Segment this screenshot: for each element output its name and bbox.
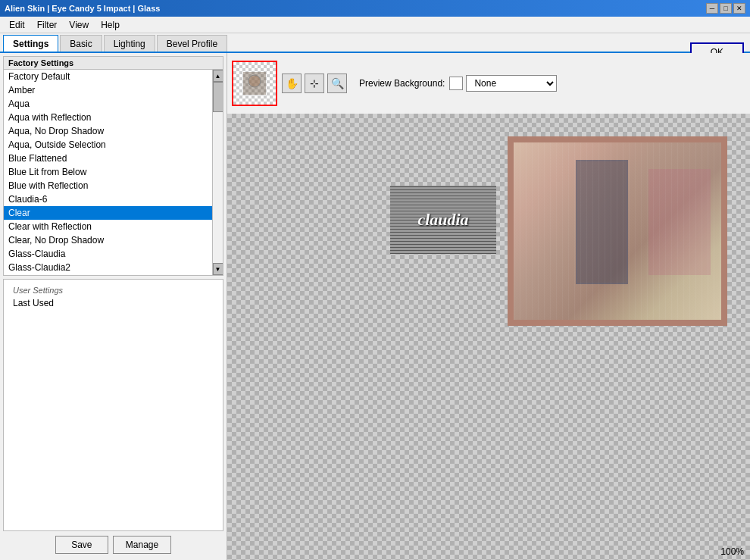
svg-point-1 <box>248 75 261 87</box>
left-panel: Factory Settings Factory DefaultAmberAqu… <box>0 53 227 560</box>
tool-icons: ✋ ⊹ 🔍 <box>282 74 347 93</box>
scroll-down-button[interactable]: ▼ <box>213 263 223 275</box>
watermark-stripe-bg: claudia <box>390 186 496 254</box>
left-bottom-buttons: Save Manage <box>3 531 223 557</box>
right-panel: ✋ ⊹ 🔍 Preview Background: None White Bla… <box>227 53 750 560</box>
maximize-button[interactable]: □ <box>720 3 732 14</box>
tab-basic[interactable]: Basic <box>60 35 102 52</box>
preset-item[interactable]: Blue Lit from Below <box>4 165 212 179</box>
menu-filter[interactable]: Filter <box>31 18 64 32</box>
scroll-thumb[interactable] <box>213 82 223 112</box>
user-item-last-used[interactable]: Last Used <box>8 296 218 310</box>
preset-item[interactable]: Aqua, Outside Selection <box>4 138 212 152</box>
preset-item[interactable]: Aqua, No Drop Shadow <box>4 124 212 138</box>
tab-bar: Settings Basic Lighting Bevel Profile <box>0 33 750 53</box>
menu-bar: Edit Filter View Help <box>0 17 750 33</box>
hand-tool-button[interactable]: ✋ <box>282 74 302 93</box>
inner-preview <box>514 142 721 320</box>
tab-lighting[interactable]: Lighting <box>104 35 155 52</box>
window-controls: ─ □ ✕ <box>706 3 745 14</box>
preview-bg-swatch <box>449 77 463 90</box>
preset-item[interactable]: Aqua with Reflection <box>4 111 212 124</box>
preview-bg-control: None White Black Custom <box>449 75 557 92</box>
preset-item[interactable]: Claudia-6 <box>4 192 212 206</box>
watermark-text: claudia <box>417 210 468 230</box>
preset-item[interactable]: Clear with Reflection <box>4 220 212 233</box>
hand-icon: ✋ <box>286 77 298 89</box>
preview-canvas: claudia 100% <box>227 114 750 560</box>
move-tool-button[interactable]: ⊹ <box>305 74 324 93</box>
scroll-up-button[interactable]: ▲ <box>213 70 223 82</box>
preset-item[interactable]: Clear <box>4 206 212 220</box>
thumbnail-image <box>233 62 276 105</box>
preset-item[interactable]: Glass-Claudia3 <box>4 274 212 275</box>
preview-image <box>508 136 727 326</box>
preset-list[interactable]: Factory DefaultAmberAquaAqua with Reflec… <box>4 70 212 275</box>
preset-item[interactable]: Aqua <box>4 97 212 111</box>
tab-bevel-profile[interactable]: Bevel Profile <box>157 35 227 52</box>
glass-sheen <box>514 142 721 320</box>
menu-edit[interactable]: Edit <box>3 18 31 32</box>
preset-item[interactable]: Blue Flattened <box>4 152 212 165</box>
main-content: Factory Settings Factory DefaultAmberAqu… <box>0 53 750 560</box>
preview-bg-select[interactable]: None White Black Custom <box>466 75 557 92</box>
window-title: Alien Skin | Eye Candy 5 Impact | Glass <box>5 4 160 13</box>
preset-scrollbar[interactable]: ▲ ▼ <box>212 70 223 275</box>
preset-item[interactable]: Clear, No Drop Shadow <box>4 233 212 247</box>
user-section-content: User Settings Last Used <box>4 280 223 313</box>
preset-item[interactable]: Amber <box>4 83 212 97</box>
save-button[interactable]: Save <box>55 536 108 554</box>
preset-item[interactable]: Glass-Claudia2 <box>4 261 212 274</box>
user-settings-section: User Settings Last Used <box>3 279 223 531</box>
zoom-tool-button[interactable]: 🔍 <box>327 74 347 93</box>
close-button[interactable]: ✕ <box>733 3 745 14</box>
minimize-button[interactable]: ─ <box>706 3 718 14</box>
move-icon: ⊹ <box>310 77 319 89</box>
zoom-icon: 🔍 <box>331 77 344 89</box>
toolbar-row: ✋ ⊹ 🔍 Preview Background: None White Bla… <box>227 53 750 114</box>
preview-bg-label: Preview Background: <box>359 78 445 89</box>
thumbnail-svg <box>243 72 266 95</box>
preset-header: Factory Settings <box>4 57 223 70</box>
preset-item[interactable]: Blue with Reflection <box>4 179 212 192</box>
zoom-indicator: 100% <box>720 546 744 557</box>
user-settings-header: User Settings <box>8 283 218 296</box>
tab-settings[interactable]: Settings <box>3 35 58 52</box>
menu-help[interactable]: Help <box>95 18 126 32</box>
watermark-area: claudia <box>390 186 496 254</box>
preset-section: Factory Settings Factory DefaultAmberAqu… <box>3 56 223 276</box>
preset-item[interactable]: Factory Default <box>4 70 212 83</box>
menu-view[interactable]: View <box>63 18 95 32</box>
title-bar: Alien Skin | Eye Candy 5 Impact | Glass … <box>0 0 750 17</box>
manage-button[interactable]: Manage <box>113 536 171 554</box>
thumbnail-box <box>232 61 277 106</box>
preset-item[interactable]: Glass-Claudia <box>4 247 212 261</box>
scroll-track[interactable] <box>213 82 223 263</box>
preset-list-container: Factory DefaultAmberAquaAqua with Reflec… <box>4 70 223 275</box>
